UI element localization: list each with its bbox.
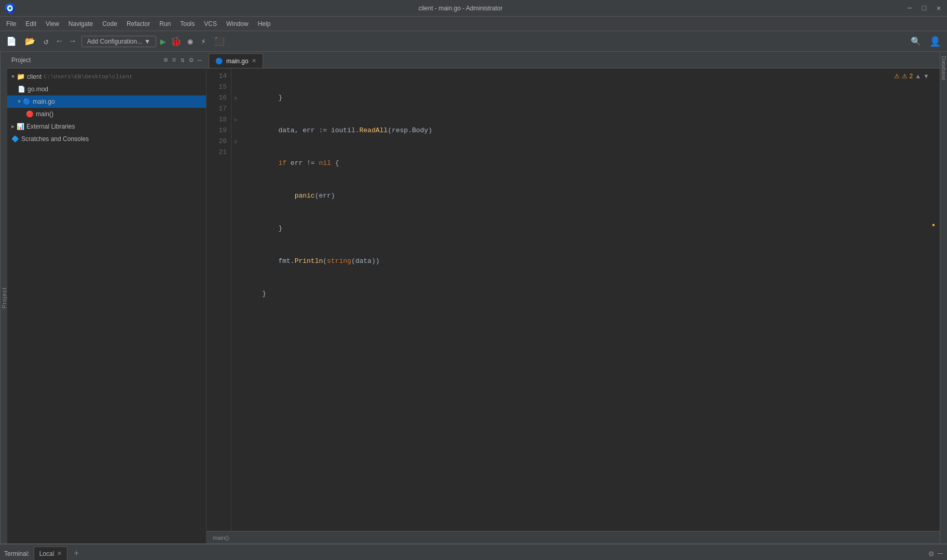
tree-settings-icon[interactable]: ⚙ [189, 55, 193, 64]
gutter-line-17 [231, 103, 240, 114]
code-line-20: } [246, 288, 934, 299]
tab-close-icon[interactable]: ✕ [252, 58, 256, 64]
tree-item-maingo[interactable]: ▼ 🔵 main.go [7, 95, 206, 108]
tree-close-icon[interactable]: — [198, 56, 202, 64]
add-config-label: Add Configuration... [87, 38, 142, 45]
terminal-add-button[interactable]: + [72, 549, 81, 558]
gutter-line-15 [231, 81, 240, 92]
menu-vcs[interactable]: VCS [200, 18, 221, 30]
title-bar-controls: ─ □ ✕ [905, 4, 943, 12]
toolbar: 📄 📂 ↺ ← → Add Configuration... ▼ ▶ 🐞 ◉ ⚡… [0, 31, 947, 52]
editor-footer: main() [207, 531, 940, 543]
debug-button[interactable]: 🐞 [170, 36, 182, 47]
menu-code[interactable]: Code [98, 18, 121, 30]
folder-icon: 📁 [17, 73, 25, 81]
tree-item-main-func[interactable]: 🔴 main() [7, 108, 206, 120]
app-logo-icon: 🧿 [4, 3, 16, 14]
method-icon: 🔴 [26, 110, 34, 118]
tree-label-ext-libs: External Libraries [26, 123, 75, 130]
footer-function: main() [213, 535, 229, 541]
editor-gutter: ◇ ◇ ◇ [231, 68, 240, 531]
title-bar: 🧿 client - main.go - Administrator ─ □ ✕ [0, 0, 947, 17]
gutter-line-16: ◇ [231, 92, 240, 103]
toolbar-back-icon[interactable]: ← [55, 36, 64, 47]
toolbar-new-icon[interactable]: 📄 [4, 35, 19, 48]
editor-tab-maingo[interactable]: 🔵 main.go ✕ [209, 53, 263, 68]
menu-file[interactable]: File [2, 18, 20, 30]
ext-libs-icon: 📊 [17, 123, 24, 131]
project-tree-header: Project ⊕ ≡ ⇅ ⚙ — [7, 52, 206, 68]
tree-item-client[interactable]: ▼ 📁 client C:\Users\EB\Desktop\client [7, 71, 206, 83]
right-panel: 🔵 main.go ✕ 14 15 16 17 18 19 20 21 ◇ [207, 52, 940, 543]
tree-label-gomod: go.mod [28, 86, 48, 93]
title-text: client - main.go - Administrator [418, 5, 502, 12]
gutter-line-19 [231, 125, 240, 136]
tree-label-client: client [27, 73, 42, 80]
code-line-17: panic(err) [246, 190, 934, 201]
gutter-line-14 [231, 71, 240, 81]
menu-bar: File Edit View Navigate Code Refactor Ru… [0, 17, 947, 31]
yellow-scroll-marker [932, 224, 935, 226]
tree-chevron-ext: ▶ [11, 123, 15, 130]
menu-help[interactable]: Help [254, 18, 275, 30]
run-button[interactable]: ▶ [160, 36, 166, 47]
tree-item-scratches[interactable]: 🔷 Scratches and Consoles [7, 133, 206, 145]
terminal-minimize-icon[interactable]: — [938, 549, 943, 558]
code-editor[interactable]: 14 15 16 17 18 19 20 21 ◇ ◇ ◇ } [207, 68, 940, 531]
warning-icon: ⚠ [894, 73, 900, 80]
toolbar-open-icon[interactable]: 📂 [23, 35, 37, 48]
tree-collapse-all-icon[interactable]: ≡ [172, 56, 176, 64]
tree-label-scratches: Scratches and Consoles [21, 135, 89, 143]
project-tree: Project ⊕ ≡ ⇅ ⚙ — ▼ 📁 client C:\Users\EB… [7, 52, 207, 543]
tree-chevron-maingo: ▼ [18, 99, 21, 105]
terminal-tab-label: Local [39, 550, 54, 557]
warning-up-icon[interactable]: ▲ [915, 73, 921, 80]
menu-refactor[interactable]: Refactor [122, 18, 154, 30]
toolbar-coverage-icon[interactable]: ◉ [186, 35, 195, 48]
toolbar-forward-icon[interactable]: → [68, 36, 77, 47]
code-line-18: } [246, 223, 934, 234]
terminal-tab-bar: Terminal: Local ✕ + ⚙ — [0, 544, 947, 560]
warning-indicator: ⚠ ⚠ 2 ▲ ▼ [894, 73, 929, 80]
menu-edit[interactable]: Edit [21, 18, 40, 30]
tree-item-gomod[interactable]: 📄 go.mod [7, 83, 206, 95]
warning-down-icon[interactable]: ▼ [923, 73, 929, 80]
tab-go-icon: 🔵 [215, 58, 223, 65]
code-line-21 [246, 321, 934, 332]
add-config-arrow-icon: ▼ [144, 38, 150, 45]
project-tree-title: Project [11, 57, 159, 64]
tree-scope-icon[interactable]: ⊕ [163, 55, 168, 64]
gutter-line-18: ◇ [231, 114, 240, 125]
project-panel-label[interactable]: Project [0, 52, 7, 543]
menu-tools[interactable]: Tools [176, 18, 199, 30]
tree-path-client: C:\Users\EB\Desktop\client [44, 74, 133, 80]
menu-run[interactable]: Run [155, 18, 175, 30]
terminal-tab-local[interactable]: Local ✕ [34, 547, 68, 561]
title-bar-left: 🧿 [4, 3, 16, 14]
user-icon[interactable]: 👤 [927, 35, 943, 48]
scratches-icon: 🔷 [11, 135, 19, 143]
code-content[interactable]: } data, err := ioutil.ReadAll(resp.Body)… [240, 68, 940, 531]
minimize-button[interactable]: ─ [905, 4, 914, 12]
terminal-settings-icon[interactable]: ⚙ [929, 549, 934, 559]
code-line-15: data, err := ioutil.ReadAll(resp.Body) [246, 125, 934, 136]
tree-expand-icon[interactable]: ⇅ [181, 55, 185, 64]
right-side-panel: Database [940, 52, 947, 543]
go-file-icon: 🔵 [23, 98, 31, 106]
add-configuration-button[interactable]: Add Configuration... ▼ [81, 36, 156, 47]
maximize-button[interactable]: □ [920, 4, 928, 12]
database-panel-label[interactable]: Database [941, 52, 947, 85]
menu-view[interactable]: View [42, 18, 63, 30]
close-button[interactable]: ✕ [935, 4, 943, 12]
search-icon[interactable]: 🔍 [909, 35, 923, 48]
menu-navigate[interactable]: Navigate [64, 18, 97, 30]
project-label-text: Project [1, 287, 7, 308]
menu-window[interactable]: Window [222, 18, 253, 30]
terminal-tab-close-icon[interactable]: ✕ [57, 550, 62, 557]
code-line-19: fmt.Println(string(data)) [246, 256, 934, 267]
toolbar-profile-icon[interactable]: ⚡ [199, 35, 208, 48]
toolbar-stop-icon[interactable]: ⬛ [212, 35, 227, 48]
tree-item-ext-libs[interactable]: ▶ 📊 External Libraries [7, 120, 206, 133]
toolbar-refresh-icon[interactable]: ↺ [42, 35, 51, 48]
tab-bar: 🔵 main.go ✕ [207, 52, 940, 68]
